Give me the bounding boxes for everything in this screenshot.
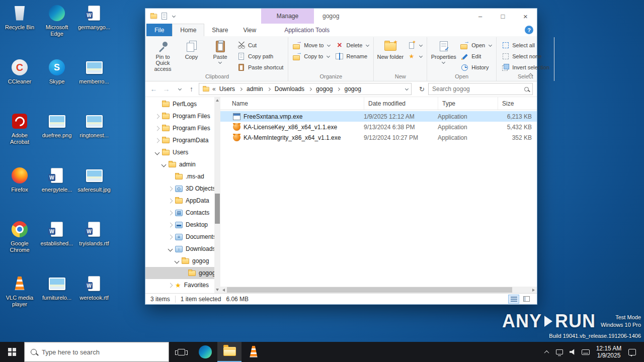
breadcrumb-gogog[interactable]: gogog <box>315 85 334 93</box>
chevron-down-icon[interactable] <box>175 258 180 263</box>
nav-item-3d-objects[interactable]: 3D Objects <box>145 183 214 195</box>
copy-button[interactable]: Copy <box>178 38 205 61</box>
rename-button[interactable]: Rename <box>333 52 371 61</box>
chevron-right-icon[interactable] <box>168 198 173 203</box>
edit-button[interactable]: Edit <box>458 52 494 61</box>
start-button[interactable] <box>0 342 24 362</box>
copy-to-button[interactable]: Copy to <box>291 52 332 61</box>
column-header-date-modified[interactable]: Date modified <box>364 97 438 110</box>
tab-view[interactable]: View <box>235 24 264 36</box>
nav-item-appdata[interactable]: AppData <box>145 195 214 207</box>
minimize-button[interactable]: – <box>469 9 492 24</box>
desktop-icon-ccleaner[interactable]: CCleaner <box>3 58 36 85</box>
nav-scrollbar[interactable] <box>214 97 220 293</box>
back-button[interactable] <box>147 82 160 96</box>
chevron-right-icon[interactable] <box>168 210 173 215</box>
tab-home[interactable]: Home <box>172 24 204 36</box>
chevron-right-icon[interactable] <box>155 138 160 143</box>
up-button[interactable] <box>185 82 198 96</box>
chevron-right-icon[interactable] <box>168 222 173 227</box>
desktop-icon-tryislands-rtf[interactable]: tryislands.rtf <box>77 220 111 247</box>
desktop-icon-germanygo[interactable]: germanygo... <box>77 4 111 31</box>
tray-volume-button[interactable] <box>567 342 579 362</box>
taskbar-search[interactable] <box>24 342 169 362</box>
select-none-button[interactable]: Select none <box>499 52 551 61</box>
nav-item-gogog-selected[interactable]: gogog <box>145 267 214 279</box>
desktop-icon-memberro[interactable]: memberro... <box>77 58 111 85</box>
chevron-right-icon[interactable] <box>168 234 173 239</box>
open-button[interactable]: Open <box>458 41 494 50</box>
nav-item-program-files[interactable]: Program Files <box>145 110 214 122</box>
desktop-icon-weretook-rtf[interactable]: weretook.rtf <box>77 275 111 301</box>
properties-button[interactable]: Properties <box>430 38 457 65</box>
taskbar-clock[interactable]: 12:15 AM 1/9/2025 <box>593 345 625 359</box>
taskbar-explorer-button[interactable] <box>217 342 242 362</box>
nav-item-favorites[interactable]: Favorites <box>145 279 214 291</box>
search-input[interactable] <box>432 85 521 93</box>
desktop-icon-firefox[interactable]: Firefox <box>3 166 36 193</box>
address-bar[interactable]: « Users admin Downloads gogog gogog <box>199 83 412 95</box>
desktop-icon-vlc[interactable]: VLC media player <box>3 275 36 308</box>
desktop-icon-saferesult-jpg[interactable]: saferesult.jpg <box>77 166 111 193</box>
nav-item-program-files-x86[interactable]: Program Files <box>145 122 214 134</box>
file-row-freesxntana[interactable]: FreeSxntana.vmp.exe 1/9/2025 12:12 AM Ap… <box>220 111 537 122</box>
new-item-button[interactable] <box>405 41 424 50</box>
scroll-left-icon[interactable] <box>220 287 227 293</box>
nav-item-programdata[interactable]: ProgramData <box>145 134 214 146</box>
desktop-icon-ringtonest[interactable]: ringtonest... <box>77 112 111 139</box>
chevron-right-icon[interactable] <box>155 126 160 131</box>
pin-to-quick-access-button[interactable]: Pin to Quick access <box>149 38 177 73</box>
paste-button[interactable]: Paste <box>206 38 234 65</box>
breadcrumb-gogog-2[interactable]: gogog <box>343 85 362 93</box>
desktop-icon-recycle-bin[interactable]: Recycle Bin <box>3 4 36 31</box>
refresh-button[interactable] <box>416 82 428 96</box>
invert-selection-button[interactable]: Invert selection <box>499 63 551 72</box>
large-icons-view-button[interactable] <box>521 295 532 304</box>
column-header-name[interactable]: Name <box>220 97 364 110</box>
chevron-right-icon[interactable] <box>168 283 173 288</box>
action-center-button[interactable] <box>626 342 638 362</box>
tray-show-hidden-icons-button[interactable] <box>540 342 552 362</box>
nav-item-admin[interactable]: admin <box>145 158 214 170</box>
nav-item-documents[interactable]: Documents <box>145 231 214 243</box>
tab-file[interactable]: File <box>146 24 172 36</box>
select-all-button[interactable]: Select all <box>499 41 551 50</box>
qat-customize-button[interactable] <box>172 14 176 17</box>
taskbar-vlc-button[interactable] <box>242 342 266 362</box>
chevron-down-icon[interactable] <box>168 246 173 251</box>
paste-shortcut-button[interactable]: Paste shortcut <box>235 63 285 72</box>
tab-share[interactable]: Share <box>204 24 235 36</box>
task-view-button[interactable] <box>169 342 193 362</box>
column-header-type[interactable]: Type <box>438 97 498 110</box>
nav-item-desktop[interactable]: Desktop <box>145 219 214 231</box>
scrollbar-thumb[interactable] <box>227 287 512 293</box>
nav-item-gogog[interactable]: gogog <box>145 255 214 267</box>
recent-locations-button[interactable] <box>173 82 185 96</box>
nav-item-users[interactable]: Users <box>145 146 214 158</box>
tray-keyboard-button[interactable] <box>580 342 592 362</box>
desktop-icon-established[interactable]: established... <box>40 220 73 247</box>
tab-application-tools[interactable]: Application Tools <box>277 24 337 36</box>
taskbar-search-input[interactable] <box>42 348 163 356</box>
breadcrumb-users[interactable]: Users <box>218 85 236 93</box>
cut-button[interactable]: Cut <box>235 41 285 50</box>
nav-item-ms-ad[interactable]: .ms-ad <box>145 170 214 183</box>
column-header-size[interactable]: Size <box>498 97 537 110</box>
desktop-icon-adobe-acrobat[interactable]: Adobe Acrobat <box>3 112 36 145</box>
copy-path-button[interactable]: Copy path <box>235 52 285 61</box>
horizontal-scrollbar[interactable] <box>220 287 537 293</box>
maximize-button[interactable]: □ <box>492 9 514 24</box>
breadcrumb-overflow[interactable]: « <box>212 85 216 93</box>
nav-item-downloads[interactable]: Downloads <box>145 243 214 255</box>
delete-button[interactable]: Delete <box>333 41 371 50</box>
close-button[interactable]: × <box>514 9 537 24</box>
file-row-ka-memintegrity[interactable]: KA-MemIntegrity_x86_x64_v1.1.exe 9/12/20… <box>220 132 537 143</box>
desktop-icon-skype[interactable]: Skype <box>40 58 73 85</box>
chevron-right-icon[interactable] <box>155 114 160 119</box>
chevron-down-icon[interactable] <box>162 162 167 167</box>
breadcrumb-downloads[interactable]: Downloads <box>274 85 305 93</box>
scrollbar-thumb[interactable] <box>215 194 220 224</box>
desktop-icon-duefree-png[interactable]: duefree.png <box>40 112 73 139</box>
tray-network-button[interactable] <box>553 342 566 362</box>
details-view-button[interactable] <box>508 295 519 304</box>
